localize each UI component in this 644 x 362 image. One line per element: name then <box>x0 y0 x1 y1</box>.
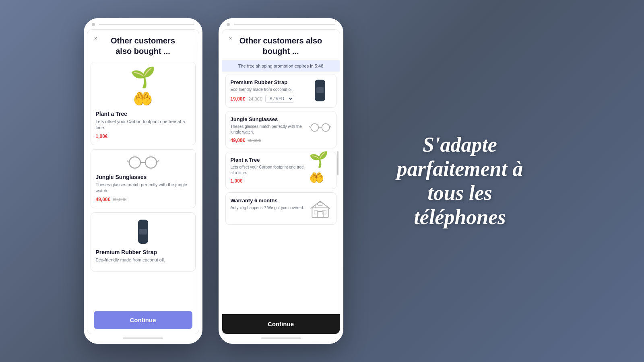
phone-camera-left <box>92 23 95 26</box>
product-info-glasses-right: Jungle Sunglasses Theses glasses match p… <box>231 116 305 143</box>
product-image-plant-right: 🌱🤲 <box>309 157 331 179</box>
phone-camera-right <box>227 23 230 26</box>
product-image-strap-left <box>96 218 190 246</box>
svg-point-1 <box>145 157 157 168</box>
close-button-left[interactable]: × <box>92 35 99 42</box>
list-item: Premium Rubber Strap Eco-friendly made f… <box>91 212 196 272</box>
tagline-line1: S'adapte <box>423 133 497 156</box>
phone-bottom-line-right <box>261 337 301 339</box>
product-desc-warranty-right: Antyhing happens ? We got you covered. <box>231 205 305 211</box>
modal-content-right: × Other customers also bought ... The fr… <box>222 29 340 334</box>
svg-point-19 <box>317 203 323 206</box>
product-desc-glasses-right: Theses glasses match perfectly with the … <box>231 124 305 135</box>
product-name-plant-left: Plant a Tree <box>96 111 190 117</box>
product-info-warranty-right: Warranty 6 months Antyhing happens ? We … <box>231 197 305 213</box>
product-image-strap-right <box>309 79 331 101</box>
tagline-line2: parfaitement à <box>397 157 523 180</box>
phone-mockup-right: × Other customers also bought ... The fr… <box>219 18 343 344</box>
product-image-glasses-left <box>96 154 190 171</box>
close-button-right[interactable]: × <box>227 35 234 42</box>
product-info-plant-right: Plant a Tree Lets offset your Carbon foo… <box>231 157 305 184</box>
product-desc-strap-left: Eco-friendly made from coconut oil. <box>96 257 190 263</box>
product-name-strap-right: Premium Rubber Strap <box>231 79 305 85</box>
product-price-glasses-right: 49,00€ <box>231 138 246 143</box>
phone-top-bar-right <box>219 18 343 29</box>
modal-title-left: Other customers also bought ... <box>94 35 192 56</box>
svg-point-0 <box>129 157 140 168</box>
product-list-right: Premium Rubber Strap Eco-friendly made f… <box>222 74 340 314</box>
phone-top-bar-left <box>84 18 202 29</box>
product-image-warranty-right <box>309 197 331 220</box>
phone-bar-line-left <box>99 24 194 25</box>
phone-bottom-bar-left <box>84 334 202 344</box>
phone-bottom-bar-right <box>219 334 343 344</box>
continue-button-right[interactable]: Continue <box>222 314 340 334</box>
list-item: Plant a Tree Lets offset your Carbon foo… <box>225 152 336 189</box>
product-name-plant-right: Plant a Tree <box>231 157 305 163</box>
list-item: Premium Rubber Strap Eco-friendly made f… <box>225 74 336 108</box>
product-list-left: 🌱🤲 Plant a Tree Lets offset your Carbon … <box>87 60 199 304</box>
tagline-line3: tous les <box>427 181 492 204</box>
product-price-glasses-left: 49,00€ <box>96 197 111 202</box>
phone-bar-line-right <box>234 24 335 25</box>
list-item: Jungle Sunglasses Theses glasses match p… <box>225 111 336 148</box>
variant-select-strap[interactable]: S / RED M / RED L / RED <box>265 95 294 103</box>
product-name-glasses-right: Jungle Sunglasses <box>231 116 305 122</box>
product-price-original-glasses-right: 69,00€ <box>248 138 261 143</box>
svg-rect-8 <box>316 87 324 93</box>
product-name-warranty-right: Warranty 6 months <box>231 197 305 204</box>
modal-header-left: × Other customers also bought ... <box>87 30 199 60</box>
list-item: Warranty 6 months Antyhing happens ? We … <box>225 192 336 225</box>
promo-banner: The free shipping promotion expires in 5… <box>222 60 340 72</box>
continue-button-left[interactable]: Continue <box>94 311 192 329</box>
product-name-strap-left: Premium Rubber Strap <box>96 249 190 255</box>
product-price-plant-right: 1,00€ <box>231 178 243 184</box>
product-price-original-strap-right: 24,00€ <box>248 97 262 101</box>
tagline-section: S'adapte parfaitement à tous les télépho… <box>359 125 561 237</box>
svg-rect-6 <box>139 229 147 234</box>
phone-bottom-line-left <box>123 337 163 339</box>
list-item: 🌱🤲 Plant a Tree Lets offset your Carbon … <box>91 62 196 145</box>
product-image-plant-left: 🌱🤲 <box>96 67 190 107</box>
product-desc-plant-right: Lets offset your Carbon footprint one tr… <box>231 165 305 176</box>
tagline-text: S'adapte parfaitement à tous les télépho… <box>397 133 523 229</box>
modal-header-right: × Other customers also bought ... <box>222 30 340 60</box>
svg-point-10 <box>322 123 329 131</box>
tagline-line4: téléphones <box>414 206 506 228</box>
product-name-glasses-left: Jungle Sunglasses <box>96 174 190 180</box>
modal-content-left: × Other customers also bought ... 🌱🤲 Pla… <box>87 29 199 334</box>
product-price-strap-right: 19,00€ <box>231 96 246 102</box>
list-item: Jungle Sunglasses Theses glasses match p… <box>91 149 196 208</box>
product-desc-strap-right: Eco-friendly made from coconut oil. <box>231 87 305 93</box>
svg-point-9 <box>311 123 318 131</box>
product-info-strap-right: Premium Rubber Strap Eco-friendly made f… <box>231 79 305 103</box>
modal-title-right: Other customers also bought ... <box>229 35 333 56</box>
product-price-plant-left: 1,00€ <box>96 134 108 139</box>
page-container: × Other customers also bought ... 🌱🤲 Pla… <box>0 0 644 362</box>
product-desc-plant-left: Lets offset your Carbon footprint one tr… <box>96 119 190 131</box>
product-image-glasses-right <box>309 116 331 138</box>
product-price-original-glasses-left: 69,00€ <box>113 197 126 202</box>
phone-mockup-left: × Other customers also bought ... 🌱🤲 Pla… <box>84 18 202 344</box>
product-desc-glasses-left: Theses glasses match perfectly with the … <box>96 182 190 194</box>
